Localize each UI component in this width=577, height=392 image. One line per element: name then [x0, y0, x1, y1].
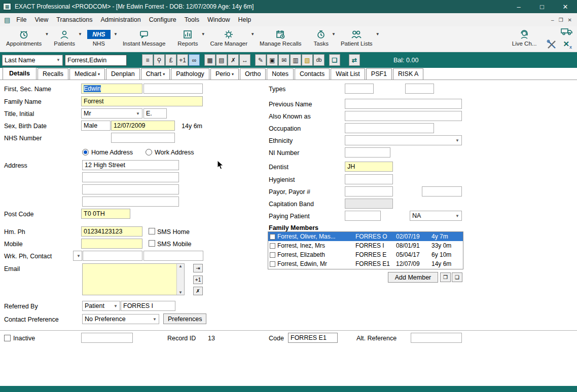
also-known-as-field[interactable]	[345, 111, 462, 121]
close-button[interactable]: ✕	[554, 0, 577, 13]
menu-help[interactable]: Help	[234, 16, 255, 23]
patients-dropdown-icon[interactable]: ▼	[78, 32, 82, 36]
family-member-checkbox[interactable]	[270, 243, 275, 249]
toolbar-tasks[interactable]: Tasks ▼	[312, 28, 331, 47]
toolbar-instant-message[interactable]: Instant Message	[121, 28, 167, 47]
tab-notes[interactable]: Notes	[267, 68, 294, 80]
resize-button[interactable]: ↔	[239, 54, 250, 66]
address-line3-field[interactable]	[82, 184, 179, 194]
email-button[interactable]: ✉	[278, 54, 290, 66]
mdi-restore-icon[interactable]: ❐	[559, 17, 563, 23]
address-line4-field[interactable]	[82, 197, 179, 207]
family-members-list[interactable]: Forrest, Oliver, Mas... FORRES O 02/07/1…	[268, 231, 463, 269]
scroll-down-icon[interactable]: ▼	[177, 290, 184, 295]
tab-ortho[interactable]: Ortho	[240, 68, 266, 80]
sms-home-checkbox[interactable]	[149, 228, 155, 234]
search-field-select[interactable]: Last Name ▼	[2, 55, 63, 66]
previous-name-field[interactable]	[345, 99, 462, 109]
menu-administration[interactable]: Administration	[96, 16, 145, 23]
family-member-row[interactable]: Forrest, Elizabeth FORRES E 05/04/17 6y …	[268, 250, 463, 259]
configure-tools-icon[interactable]	[547, 40, 558, 51]
work-phone-field[interactable]	[83, 251, 142, 261]
tab-contacts[interactable]: Contacts	[295, 68, 330, 80]
family-link-button[interactable]: ❐	[440, 272, 451, 282]
ni-number-field[interactable]	[345, 147, 390, 158]
family-move-button[interactable]: ❏	[452, 272, 462, 282]
toolbar-nhs[interactable]: NHS NHS ▼	[85, 28, 113, 47]
patient-lists-dropdown-icon[interactable]: ▼	[376, 32, 380, 36]
search-button[interactable]: ⚲	[154, 54, 165, 66]
nhs-dropdown-icon[interactable]: ▼	[114, 32, 118, 36]
delete-button[interactable]: ✗	[228, 54, 239, 66]
logout-icon[interactable]: ✕x	[563, 40, 572, 50]
sms-mobile-checkbox[interactable]	[149, 240, 155, 247]
payment-button[interactable]: £	[165, 54, 176, 66]
menu-transactions[interactable]: Transactions	[52, 16, 96, 23]
transfer-button[interactable]: ⇄	[349, 54, 360, 66]
link-button[interactable]: ∞	[189, 54, 200, 66]
toolbar-appointments[interactable]: Appointments ▼	[4, 28, 44, 47]
tab-chart[interactable]: Chart▾	[141, 68, 170, 80]
paying-patient-field[interactable]	[345, 211, 381, 221]
first-name-field[interactable]: Edwin	[81, 84, 142, 94]
second-name-field[interactable]	[143, 84, 203, 94]
payor-field[interactable]	[345, 186, 393, 197]
search-input[interactable]: Forrest,Edwin	[65, 55, 127, 66]
maximize-button[interactable]: □	[530, 0, 554, 13]
code-field[interactable]: FORRES E1	[288, 333, 338, 343]
post-code-field[interactable]: T0 0TH	[81, 209, 130, 219]
note-button[interactable]: ▧	[302, 54, 313, 66]
inactive-date-field[interactable]	[81, 333, 133, 343]
work-address-radio[interactable]	[146, 149, 152, 155]
tab-pathology[interactable]: Pathology	[171, 68, 209, 80]
toolbar-patient-lists[interactable]: Patient Lists ▼	[339, 28, 375, 47]
tab-details[interactable]: Details	[3, 67, 37, 80]
reports-dropdown-icon[interactable]: ▼	[201, 32, 205, 36]
delivery-truck-icon[interactable]	[561, 27, 573, 37]
fax-button[interactable]: ▥	[290, 54, 301, 66]
family-name-field[interactable]: Forrest	[81, 96, 203, 106]
tab-medical[interactable]: Medical▾	[69, 68, 105, 80]
type1-field[interactable]	[345, 84, 374, 94]
work-contact-field[interactable]	[143, 251, 203, 261]
tab-psf1[interactable]: PSF1	[366, 68, 392, 80]
preferences-button[interactable]: Preferences	[163, 313, 206, 324]
save-button[interactable]: ▦	[204, 54, 215, 66]
toolbar-patients[interactable]: Patients ▼	[52, 28, 77, 47]
menu-window[interactable]: Window	[203, 16, 234, 23]
print-button[interactable]: ▤	[216, 54, 227, 66]
tab-perio[interactable]: Perio▾	[210, 68, 239, 80]
dentist-field[interactable]: JH	[345, 162, 393, 172]
inactive-checkbox[interactable]	[4, 335, 11, 341]
mobile-field[interactable]	[81, 239, 142, 249]
family-member-checkbox[interactable]	[270, 234, 275, 240]
home-address-radio[interactable]	[82, 149, 89, 155]
tab-recalls[interactable]: Recalls	[38, 68, 68, 80]
family-member-checkbox[interactable]	[270, 261, 275, 267]
address-line1-field[interactable]: 12 High Street	[82, 160, 179, 170]
preview-button[interactable]: ▣	[267, 54, 278, 66]
menu-configure[interactable]: Configure	[145, 16, 181, 23]
toolbar-care-manager[interactable]: Care Manager ▼	[208, 28, 250, 47]
menu-tools[interactable]: Tools	[181, 16, 203, 23]
home-phone-field[interactable]: 01234123123	[81, 226, 142, 237]
email-delete-button[interactable]: ✗	[193, 287, 203, 295]
toolbar-live-chat[interactable]: Live Ch...	[510, 28, 539, 47]
mdi-window-controls[interactable]: – ❐ ✕	[551, 17, 577, 23]
mdi-minimize-icon[interactable]: –	[551, 17, 554, 23]
family-member-checkbox[interactable]	[270, 252, 275, 258]
add-one-button[interactable]: +1	[177, 54, 188, 66]
family-member-row[interactable]: Forrest, Oliver, Mas... FORRES O 02/07/1…	[268, 232, 463, 241]
toolbar-manage-recalls[interactable]: Manage Recalls	[258, 28, 303, 47]
list-button[interactable]: ≡	[142, 54, 153, 66]
copy-button[interactable]: ❏	[329, 54, 340, 66]
database-button[interactable]: db	[313, 54, 324, 66]
tab-wait-list[interactable]: Wait List	[331, 68, 365, 80]
mdi-close-icon[interactable]: ✕	[568, 17, 572, 23]
nhs-number-field[interactable]	[111, 133, 175, 143]
type2-field[interactable]	[405, 84, 434, 94]
referred-by-select[interactable]: Patient▼	[82, 301, 120, 311]
family-member-row[interactable]: Forrest, Edwin, Mr FORRES E1 12/07/09 14…	[268, 259, 463, 268]
referred-by-code-field[interactable]: FORRES I	[121, 301, 175, 311]
sex-field[interactable]: Male	[81, 121, 111, 131]
